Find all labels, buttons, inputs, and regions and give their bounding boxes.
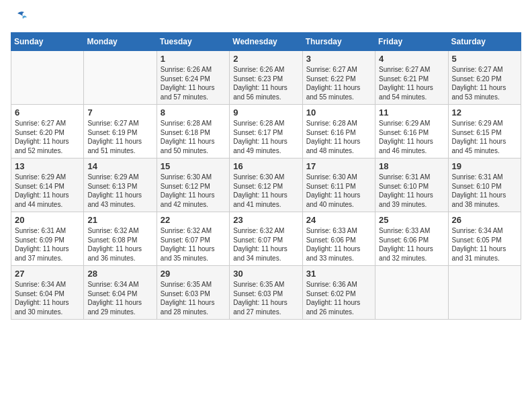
day-info: Sunrise: 6:36 AMSunset: 6:02 PMDaylight:… [306,280,371,316]
day-number: 12 [452,107,517,118]
day-info: Sunrise: 6:31 AMSunset: 6:10 PMDaylight:… [379,173,444,209]
day-info: Sunrise: 6:26 AMSunset: 6:24 PMDaylight:… [161,65,226,101]
day-info: Sunrise: 6:33 AMSunset: 6:06 PMDaylight:… [306,226,371,263]
weekday-header-monday: Monday [84,33,157,51]
week-row-4: 20Sunrise: 6:31 AMSunset: 6:09 PMDayligh… [11,212,521,266]
calendar-cell: 29Sunrise: 6:35 AMSunset: 6:03 PMDayligh… [157,266,229,320]
calendar-cell: 4Sunrise: 6:27 AMSunset: 6:21 PMDaylight… [375,51,448,105]
calendar-cell: 13Sunrise: 6:29 AMSunset: 6:14 PMDayligh… [11,158,84,212]
calendar-cell: 15Sunrise: 6:30 AMSunset: 6:12 PMDayligh… [157,158,229,212]
day-number: 1 [161,54,226,64]
day-number: 10 [306,107,371,118]
weekday-header-thursday: Thursday [302,33,375,51]
calendar-cell: 23Sunrise: 6:32 AMSunset: 6:07 PMDayligh… [230,212,302,266]
day-info: Sunrise: 6:27 AMSunset: 6:21 PMDaylight:… [379,65,444,101]
day-info: Sunrise: 6:29 AMSunset: 6:14 PMDaylight:… [15,173,80,209]
day-number: 4 [379,54,444,64]
day-info: Sunrise: 6:34 AMSunset: 6:04 PMDaylight:… [15,280,80,316]
calendar-cell [375,266,448,320]
week-row-3: 13Sunrise: 6:29 AMSunset: 6:14 PMDayligh… [11,158,521,212]
day-number: 14 [87,161,152,171]
day-number: 26 [452,215,517,225]
day-number: 30 [233,269,298,279]
day-number: 24 [306,215,371,225]
day-number: 5 [452,54,517,64]
day-info: Sunrise: 6:27 AMSunset: 6:20 PMDaylight:… [15,119,80,155]
calendar-cell: 20Sunrise: 6:31 AMSunset: 6:09 PMDayligh… [11,212,84,266]
calendar-cell: 14Sunrise: 6:29 AMSunset: 6:13 PMDayligh… [84,158,157,212]
logo-bird-icon [12,11,27,23]
calendar-cell: 6Sunrise: 6:27 AMSunset: 6:20 PMDaylight… [11,105,84,158]
day-info: Sunrise: 6:34 AMSunset: 6:04 PMDaylight:… [87,280,152,316]
day-info: Sunrise: 6:27 AMSunset: 6:19 PMDaylight:… [87,119,152,155]
calendar-cell [11,51,84,105]
day-number: 13 [15,161,80,171]
weekday-header-saturday: Saturday [448,33,521,51]
weekday-header-wednesday: Wednesday [230,33,302,51]
day-info: Sunrise: 6:30 AMSunset: 6:12 PMDaylight:… [161,173,226,209]
day-info: Sunrise: 6:30 AMSunset: 6:12 PMDaylight:… [233,173,298,209]
day-number: 17 [306,161,371,171]
calendar-cell: 25Sunrise: 6:33 AMSunset: 6:06 PMDayligh… [375,212,448,266]
calendar-cell: 17Sunrise: 6:30 AMSunset: 6:11 PMDayligh… [302,158,375,212]
calendar-cell: 19Sunrise: 6:31 AMSunset: 6:10 PMDayligh… [448,158,521,212]
calendar-cell: 27Sunrise: 6:34 AMSunset: 6:04 PMDayligh… [11,266,84,320]
day-number: 3 [306,54,371,64]
calendar-cell: 8Sunrise: 6:28 AMSunset: 6:18 PMDaylight… [157,105,229,158]
calendar-cell [84,51,157,105]
day-number: 2 [233,54,298,64]
calendar-cell: 11Sunrise: 6:29 AMSunset: 6:16 PMDayligh… [375,105,448,158]
day-info: Sunrise: 6:26 AMSunset: 6:23 PMDaylight:… [233,65,298,101]
calendar-cell [448,266,521,320]
calendar-cell: 31Sunrise: 6:36 AMSunset: 6:02 PMDayligh… [302,266,375,320]
day-number: 28 [87,269,152,279]
day-info: Sunrise: 6:29 AMSunset: 6:13 PMDaylight:… [87,173,152,209]
weekday-header-row: SundayMondayTuesdayWednesdayThursdayFrid… [11,33,521,51]
weekday-header-tuesday: Tuesday [157,33,229,51]
day-number: 29 [161,269,226,279]
day-info: Sunrise: 6:29 AMSunset: 6:15 PMDaylight:… [452,119,517,155]
day-info: Sunrise: 6:27 AMSunset: 6:20 PMDaylight:… [452,65,517,101]
calendar-cell: 16Sunrise: 6:30 AMSunset: 6:12 PMDayligh… [230,158,302,212]
day-info: Sunrise: 6:31 AMSunset: 6:09 PMDaylight:… [15,226,80,263]
day-number: 7 [87,107,152,118]
calendar-cell: 7Sunrise: 6:27 AMSunset: 6:19 PMDaylight… [84,105,157,158]
calendar-cell: 9Sunrise: 6:28 AMSunset: 6:17 PMDaylight… [230,105,302,158]
day-number: 6 [15,107,80,118]
day-info: Sunrise: 6:32 AMSunset: 6:07 PMDaylight:… [233,226,298,263]
day-info: Sunrise: 6:32 AMSunset: 6:07 PMDaylight:… [161,226,226,263]
day-number: 8 [161,107,226,118]
day-number: 19 [452,161,517,171]
day-number: 20 [15,215,80,225]
calendar-cell: 1Sunrise: 6:26 AMSunset: 6:24 PMDaylight… [157,51,229,105]
day-number: 25 [379,215,444,225]
calendar-cell: 5Sunrise: 6:27 AMSunset: 6:20 PMDaylight… [448,51,521,105]
calendar-cell: 2Sunrise: 6:26 AMSunset: 6:23 PMDaylight… [230,51,302,105]
calendar-cell: 26Sunrise: 6:34 AMSunset: 6:05 PMDayligh… [448,212,521,266]
calendar-cell: 28Sunrise: 6:34 AMSunset: 6:04 PMDayligh… [84,266,157,320]
calendar-cell: 24Sunrise: 6:33 AMSunset: 6:06 PMDayligh… [302,212,375,266]
week-row-1: 1Sunrise: 6:26 AMSunset: 6:24 PMDaylight… [11,51,521,105]
day-number: 18 [379,161,444,171]
calendar-cell: 22Sunrise: 6:32 AMSunset: 6:07 PMDayligh… [157,212,229,266]
weekday-header-sunday: Sunday [11,33,84,51]
day-info: Sunrise: 6:28 AMSunset: 6:16 PMDaylight:… [306,119,371,155]
calendar-cell: 3Sunrise: 6:27 AMSunset: 6:22 PMDaylight… [302,51,375,105]
day-number: 11 [379,107,444,118]
calendar-table: SundayMondayTuesdayWednesdayThursdayFrid… [11,32,521,320]
day-info: Sunrise: 6:27 AMSunset: 6:22 PMDaylight:… [306,65,371,101]
logo [11,11,27,27]
page-header [11,11,521,27]
day-number: 9 [233,107,298,118]
calendar-cell: 18Sunrise: 6:31 AMSunset: 6:10 PMDayligh… [375,158,448,212]
day-number: 22 [161,215,226,225]
day-info: Sunrise: 6:35 AMSunset: 6:03 PMDaylight:… [233,280,298,316]
week-row-2: 6Sunrise: 6:27 AMSunset: 6:20 PMDaylight… [11,105,521,158]
day-number: 21 [87,215,152,225]
day-info: Sunrise: 6:28 AMSunset: 6:18 PMDaylight:… [161,119,226,155]
weekday-header-friday: Friday [375,33,448,51]
day-info: Sunrise: 6:34 AMSunset: 6:05 PMDaylight:… [452,226,517,263]
day-info: Sunrise: 6:29 AMSunset: 6:16 PMDaylight:… [379,119,444,155]
calendar-cell: 12Sunrise: 6:29 AMSunset: 6:15 PMDayligh… [448,105,521,158]
calendar-cell: 30Sunrise: 6:35 AMSunset: 6:03 PMDayligh… [230,266,302,320]
